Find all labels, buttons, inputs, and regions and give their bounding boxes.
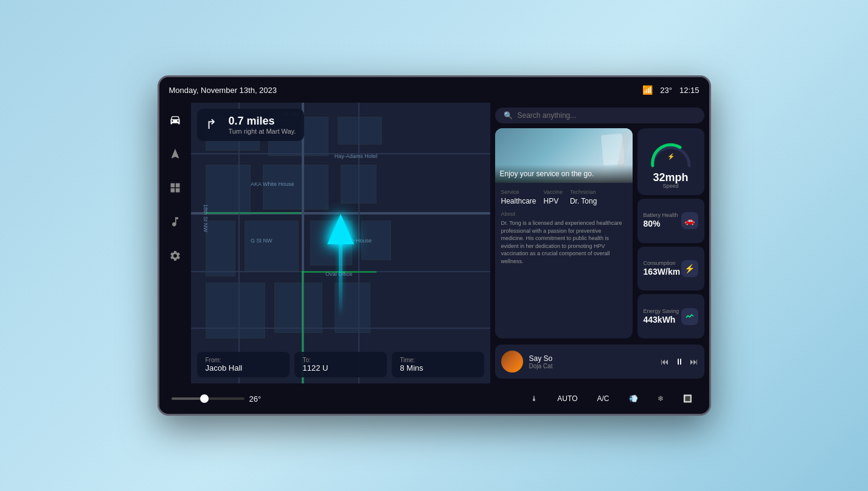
heat-button[interactable]: 🌡 bbox=[526, 392, 543, 405]
temperature-slider[interactable] bbox=[172, 397, 245, 400]
battery-info: Battery Health 80% bbox=[644, 212, 678, 229]
trip-to-card: To: 1122 U bbox=[294, 352, 387, 377]
energy-value: 443kWh bbox=[644, 315, 676, 324]
sidebar-item-grid[interactable] bbox=[165, 178, 185, 197]
service-value: Healthcare bbox=[501, 197, 536, 205]
consumption-card: Consumption 163W/km ⚡ bbox=[637, 247, 704, 291]
next-button[interactable]: ⏭ bbox=[690, 357, 698, 366]
energy-card: Energy Saving 443kWh bbox=[637, 294, 704, 338]
service-label: Service bbox=[501, 189, 536, 195]
sidebar-item-navigation[interactable] bbox=[165, 144, 185, 163]
car-display-screen: Monday, November 13th, 2023 📶 23° 12:15 bbox=[158, 75, 711, 416]
top-bar: Monday, November 13th, 2023 📶 23° 12:15 bbox=[159, 77, 709, 103]
to-value: 1122 U bbox=[303, 363, 378, 373]
search-bar[interactable]: 🔍 bbox=[495, 108, 704, 123]
vaccine-label: Vaccine bbox=[544, 189, 563, 195]
music-controls: ⏮ ⏸ ⏭ bbox=[661, 357, 698, 366]
sidebar-item-music[interactable] bbox=[165, 212, 185, 232]
right-panel: 🔍 Enjoy your service on the go. bbox=[490, 103, 709, 383]
energy-icon bbox=[681, 308, 698, 325]
consumption-info: Consumption 163W/km bbox=[644, 260, 681, 277]
speed-label: Speed bbox=[662, 183, 678, 189]
sidebar-item-car[interactable] bbox=[165, 110, 185, 129]
music-info: Say So Doja Cat bbox=[529, 354, 654, 369]
consumption-label: Consumption bbox=[644, 260, 681, 266]
nav-instruction-box: ↱ 0.7 miles Turn right at Mart Way. bbox=[197, 109, 305, 141]
speed-gauge: ⚡ 32mph Speed bbox=[637, 128, 704, 195]
sidebar bbox=[159, 103, 191, 383]
battery-value: 80% bbox=[644, 219, 661, 228]
battery-icon: 🚗 bbox=[681, 212, 698, 229]
svg-text:⚡: ⚡ bbox=[667, 153, 675, 160]
battery-label: Battery Health bbox=[644, 212, 678, 218]
cards-row: Enjoy your service on the go. Service He… bbox=[495, 128, 704, 338]
wifi-icon: 📶 bbox=[642, 85, 653, 95]
auto-button[interactable]: AUTO bbox=[552, 392, 582, 405]
gauge-svg: ⚡ bbox=[647, 134, 695, 172]
trip-from-card: From: Jacob Hall bbox=[197, 352, 290, 377]
sidebar-item-settings[interactable] bbox=[165, 246, 185, 266]
search-icon: 🔍 bbox=[504, 111, 513, 120]
healthcare-card[interactable]: Enjoy your service on the go. Service He… bbox=[495, 128, 633, 338]
card-service-row: Service Healthcare Vaccine HPV Technicia… bbox=[501, 189, 627, 206]
trip-time-card: Time: 8 Mins bbox=[392, 352, 484, 377]
service-item: Service Healthcare bbox=[501, 189, 536, 206]
prev-button[interactable]: ⏮ bbox=[661, 357, 669, 366]
time-label: Time: bbox=[400, 357, 476, 363]
to-label: To: bbox=[303, 357, 378, 363]
date-display: Monday, November 13th, 2023 bbox=[169, 86, 277, 95]
temp-value: 26° bbox=[249, 394, 262, 403]
music-player[interactable]: Say So Doja Cat ⏮ ⏸ ⏭ bbox=[495, 345, 704, 379]
about-text: Dr. Tong is a licensed and experienced h… bbox=[501, 219, 627, 266]
main-content: I St NW Hay-Adams Hotel AKA White House … bbox=[159, 103, 709, 383]
rear-button[interactable]: 🔳 bbox=[678, 392, 697, 405]
technician-value: Dr. Tong bbox=[570, 197, 597, 205]
pause-button[interactable]: ⏸ bbox=[675, 357, 684, 366]
time-value: 8 Mins bbox=[400, 363, 476, 373]
bottom-bar: 26° 🌡 AUTO A/C 💨 ❄ 🔳 bbox=[159, 383, 709, 414]
vaccine-value: HPV bbox=[544, 197, 559, 205]
temperature-display: 23° bbox=[660, 86, 672, 95]
technician-item: Technician Dr. Tong bbox=[570, 189, 597, 206]
metrics-panel: ⚡ 32mph Speed Battery Health 80% 🚗 bbox=[637, 128, 704, 338]
card-body: Service Healthcare Vaccine HPV Technicia… bbox=[495, 183, 633, 338]
nav-arrow bbox=[327, 214, 354, 244]
time-display: 12:15 bbox=[679, 86, 700, 95]
consumption-icon: ⚡ bbox=[681, 260, 698, 277]
energy-label: Energy Saving bbox=[644, 308, 679, 314]
map-area[interactable]: I St NW Hay-Adams Hotel AKA White House … bbox=[191, 103, 490, 383]
fan-button[interactable]: 💨 bbox=[624, 392, 643, 405]
music-artist: Doja Cat bbox=[529, 363, 654, 369]
card-image: Enjoy your service on the go. bbox=[495, 128, 633, 183]
turn-icon: ↱ bbox=[206, 117, 223, 134]
defrost-button[interactable]: ❄ bbox=[653, 392, 668, 405]
trip-info: From: Jacob Hall To: 1122 U Time: 8 Mins bbox=[197, 352, 484, 377]
nav-distance: 0.7 miles bbox=[229, 115, 296, 128]
battery-card: Battery Health 80% 🚗 bbox=[637, 199, 704, 243]
energy-info: Energy Saving 443kWh bbox=[644, 308, 679, 325]
from-value: Jacob Hall bbox=[206, 363, 281, 373]
vaccine-item: Vaccine HPV bbox=[544, 189, 563, 206]
about-label: About bbox=[501, 211, 627, 217]
speed-value: 32mph bbox=[653, 172, 688, 183]
map-background: I St NW Hay-Adams Hotel AKA White House … bbox=[191, 103, 490, 383]
technician-label: Technician bbox=[570, 189, 597, 195]
music-title: Say So bbox=[529, 354, 654, 363]
temp-slider-wrapper: 26° bbox=[172, 394, 516, 403]
from-label: From: bbox=[206, 357, 281, 363]
status-indicators: 📶 23° 12:15 bbox=[642, 85, 699, 95]
search-input[interactable] bbox=[518, 111, 696, 120]
ac-button[interactable]: A/C bbox=[592, 392, 614, 405]
nav-arrow-tail bbox=[339, 243, 342, 316]
card-image-overlay: Enjoy your service on the go. bbox=[495, 165, 633, 183]
nav-street: Turn right at Mart Way. bbox=[229, 128, 296, 135]
consumption-value: 163W/km bbox=[644, 267, 681, 276]
card-promo-text: Enjoy your service on the go. bbox=[500, 170, 628, 178]
music-thumbnail bbox=[501, 351, 523, 373]
